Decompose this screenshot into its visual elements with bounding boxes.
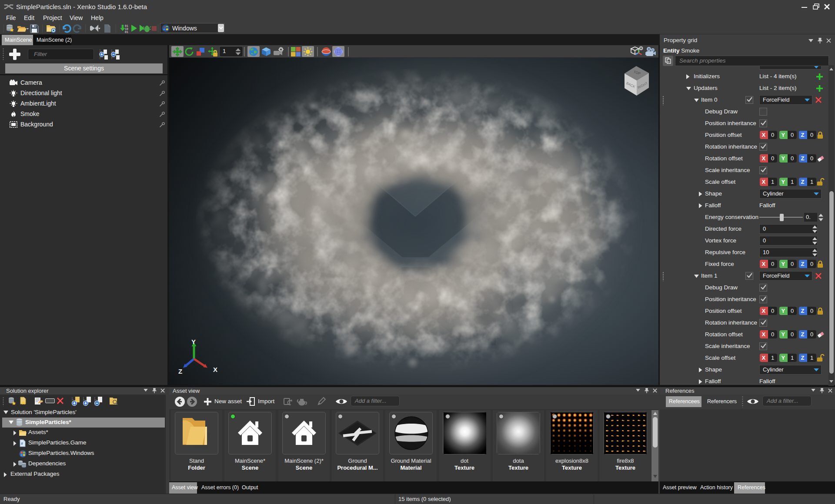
svg-text:X: X [213, 366, 217, 373]
svg-text:01: 01 [125, 25, 128, 28]
svg-text:01: 01 [125, 31, 128, 34]
svg-text:10: 10 [125, 28, 128, 31]
svg-text:#: # [21, 441, 23, 446]
svg-text:Z: Z [178, 368, 182, 375]
svg-text:Y: Y [191, 338, 196, 345]
